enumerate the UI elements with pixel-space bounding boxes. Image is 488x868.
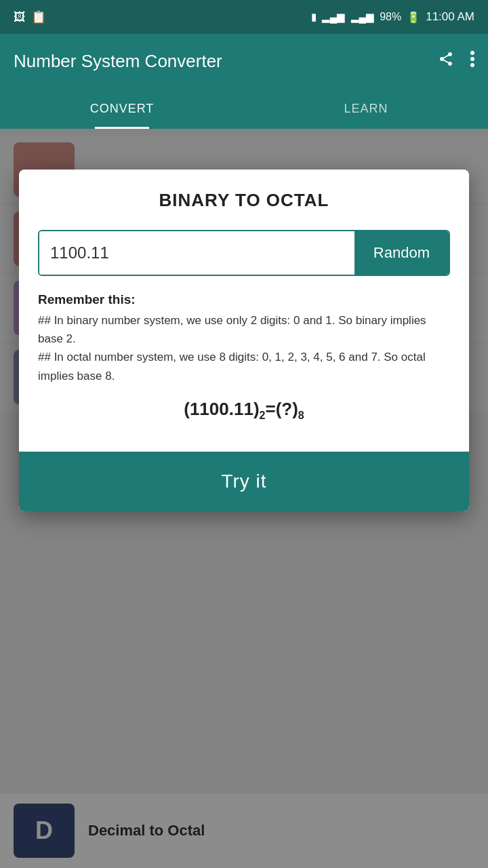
binary-input[interactable] <box>39 231 354 275</box>
svg-point-2 <box>470 63 474 67</box>
try-it-label: Try it <box>221 471 266 492</box>
sim-icon: ▮ <box>311 11 317 23</box>
gallery-icon: 🖼 <box>14 10 26 24</box>
note-icon: 📋 <box>31 9 46 24</box>
wifi-signal: ▂▄▆ <box>351 11 375 23</box>
remember-title: Remember this: <box>38 292 450 307</box>
formula-expression: (1100.11)2=(?)​8 <box>184 399 304 419</box>
app-title: Number System Converter <box>14 51 438 72</box>
status-bar-left-icons: 🖼 📋 <box>14 9 46 24</box>
tab-learn-label: LEARN <box>344 102 388 116</box>
battery-text: 98% <box>380 11 401 23</box>
binary-to-octal-dialog: BINARY TO OCTAL Random Remember this: ##… <box>19 170 469 511</box>
more-options-icon[interactable] <box>470 51 474 71</box>
remember-text: ## In binary number system, we use only … <box>38 311 450 385</box>
tab-learn[interactable]: LEARN <box>244 88 488 129</box>
dialog-body: BINARY TO OCTAL Random Remember this: ##… <box>19 170 469 452</box>
share-icon[interactable] <box>438 51 454 71</box>
dialog-title: BINARY TO OCTAL <box>38 190 450 211</box>
try-it-button[interactable]: Try it <box>19 452 469 511</box>
svg-point-0 <box>470 51 474 55</box>
signal-strength: ▂▄▆ <box>322 11 346 23</box>
input-container: Random <box>38 230 450 276</box>
remember-section: Remember this: ## In binary number syste… <box>38 292 450 385</box>
app-bar-actions <box>438 51 474 71</box>
tab-convert-label: CONVERT <box>90 102 155 116</box>
random-button[interactable]: Random <box>354 231 449 275</box>
background-content: BINARY TO OCTAL Random Remember this: ##… <box>0 129 488 868</box>
app-bar: Number System Converter <box>0 34 488 88</box>
formula-display: (1100.11)2=(?)​8 <box>38 399 450 422</box>
status-bar: 🖼 📋 ▮ ▂▄▆ ▂▄▆ 98% 🔋 11:00 AM <box>0 0 488 34</box>
svg-point-1 <box>470 57 474 61</box>
status-bar-right: ▮ ▂▄▆ ▂▄▆ 98% 🔋 11:00 AM <box>311 10 474 24</box>
tab-convert[interactable]: CONVERT <box>0 88 244 129</box>
battery-icon: 🔋 <box>407 11 420 24</box>
tabs-container: CONVERT LEARN <box>0 88 488 129</box>
time-display: 11:00 AM <box>426 10 474 24</box>
